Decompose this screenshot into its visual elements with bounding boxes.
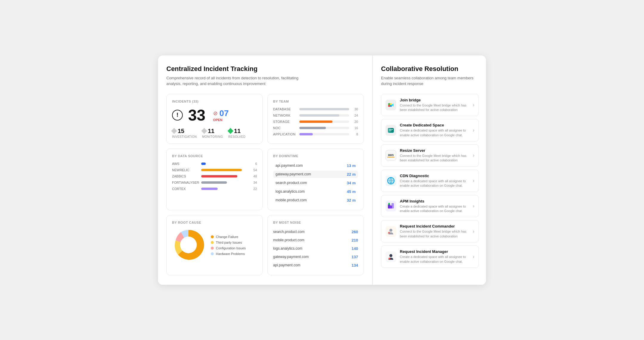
action-apm-insights[interactable]: APM Insights Create a dedicated space wi… bbox=[381, 195, 479, 217]
source-count: 22 bbox=[249, 187, 257, 191]
noise-rows: search.product.com 260 mobile.product.co… bbox=[273, 228, 358, 269]
pie-chart bbox=[172, 228, 205, 262]
team-name: APPLICATION bbox=[273, 132, 297, 136]
left-panel: Centralized Incident Tracking Comprehens… bbox=[158, 55, 372, 285]
stat-monitoring-num: 11 bbox=[202, 128, 214, 135]
incidents-main: ! 33 ⊘ 07 OPEN bbox=[172, 107, 257, 123]
action-desc: Create a dedicated space with all assign… bbox=[400, 128, 470, 137]
open-count: 07 bbox=[219, 109, 229, 118]
team-name: NETWORK bbox=[273, 114, 297, 117]
source-bar-wrap bbox=[201, 175, 246, 177]
cdn-icon bbox=[386, 175, 396, 186]
downtime-rows: api.payment.com 13 m gateway.payment.com… bbox=[273, 162, 358, 204]
by-team-card: BY TEAM DATABASE 30 NETWORK 24 STORAGE 2… bbox=[267, 94, 364, 144]
action-desc: Connect to the Google Meet bridge which … bbox=[400, 154, 470, 163]
legend-label: Change Failure bbox=[216, 235, 238, 239]
svg-rect-13 bbox=[389, 130, 392, 131]
noise-name: search.product.com bbox=[273, 230, 304, 234]
google-meet-icon bbox=[386, 100, 396, 110]
source-rows: AWS 6 NEWRELIC 54 ZABBICS 48 FORTIANALYS… bbox=[172, 162, 257, 191]
team-count: 16 bbox=[352, 126, 358, 130]
commander-icon bbox=[386, 226, 396, 237]
right-panel: Collaborative Resolution Enable seamless… bbox=[373, 55, 486, 285]
source-row: CORTEX 22 bbox=[172, 187, 257, 191]
stat-investigation: 15 INVESTIGATION bbox=[172, 128, 197, 138]
action-text: Create Dedicated Space Create a dedicate… bbox=[400, 123, 470, 137]
noise-name: mobile.product.com bbox=[273, 238, 304, 242]
alert-icon: ! bbox=[172, 110, 183, 120]
legend-label: Hardware Problems bbox=[216, 252, 245, 256]
action-list: Join bridge Connect to the Google Meet b… bbox=[381, 94, 479, 268]
action-create-dedicated-space[interactable]: Create Dedicated Space Create a dedicate… bbox=[381, 119, 479, 141]
noise-row: search.product.com 260 bbox=[273, 228, 358, 235]
stat-investigation-num: 15 bbox=[172, 128, 184, 135]
action-title: APM Insights bbox=[400, 199, 470, 203]
noise-name: logs.analytics.com bbox=[273, 246, 302, 251]
legend-item: Third party Issues bbox=[211, 241, 246, 244]
by-root-cause-card: BY ROOT CAUSE bbox=[166, 215, 263, 275]
noise-row: gateway.payment.com 137 bbox=[273, 254, 358, 260]
legend-dot bbox=[211, 252, 214, 255]
noise-value: 137 bbox=[352, 255, 358, 259]
legend-label: Third party Issues bbox=[216, 241, 242, 244]
downtime-row: gateway.payment.com 22 m bbox=[273, 171, 358, 178]
noise-value: 134 bbox=[352, 263, 358, 268]
svg-rect-21 bbox=[390, 205, 392, 208]
source-row: ZABBICS 48 bbox=[172, 174, 257, 178]
downtime-name: search.product.com bbox=[275, 181, 307, 185]
svg-rect-12 bbox=[389, 129, 393, 130]
google-chat-icon bbox=[386, 125, 396, 136]
stat-investigation-label: INVESTIGATION bbox=[172, 135, 197, 138]
noise-row: logs.analytics.com 140 bbox=[273, 245, 358, 252]
action-cdn-diagnostic[interactable]: CDN Diagnostic Create a dedicated space … bbox=[381, 170, 479, 192]
source-name: CORTEX bbox=[172, 187, 199, 191]
team-row: NOC 16 bbox=[273, 126, 358, 130]
by-team-label: BY TEAM bbox=[273, 100, 358, 103]
action-text: APM Insights Create a dedicated space wi… bbox=[400, 199, 470, 214]
bar-fill bbox=[299, 133, 313, 135]
downtime-row: search.product.com 34 m bbox=[273, 179, 358, 187]
open-warning-icon: ⊘ bbox=[213, 110, 218, 117]
noise-value: 210 bbox=[352, 238, 358, 242]
main-container: Centralized Incident Tracking Comprehens… bbox=[158, 55, 486, 285]
source-bar-wrap bbox=[201, 163, 246, 165]
action-request-incident-commander[interactable]: Request Incident Commander Connect to th… bbox=[381, 220, 479, 242]
source-bar-wrap bbox=[201, 169, 246, 171]
downtime-name: mobile.product.com bbox=[275, 198, 307, 202]
source-count: 6 bbox=[249, 162, 257, 166]
downtime-value: 22 m bbox=[347, 172, 356, 177]
source-name: AWS bbox=[172, 162, 199, 166]
diamond-icon bbox=[201, 128, 207, 134]
right-subtitle: Enable seamless collaboration among team… bbox=[381, 75, 479, 87]
page-subtitle: Comprehensive record of all incidents fr… bbox=[166, 75, 309, 87]
source-row: FORTIANALYSER 34 bbox=[172, 181, 257, 184]
team-row: APPLICATION 8 bbox=[273, 132, 358, 136]
action-request-incident-manager[interactable]: ! Request Incident Manager Create a dedi… bbox=[381, 245, 479, 268]
action-resize-server[interactable]: aws Resize Server Connect to the Google … bbox=[381, 144, 479, 167]
open-badge: ⊘ 07 bbox=[213, 109, 229, 118]
by-downtime-label: BY DOWNTIME bbox=[273, 154, 358, 158]
stat-resolved: 11 RESOLVED bbox=[228, 128, 246, 138]
source-bar-wrap bbox=[201, 188, 246, 190]
downtime-value: 45 m bbox=[347, 189, 356, 194]
downtime-row: logs.analytics.com 45 m bbox=[273, 188, 358, 195]
team-row: STORAGE 20 bbox=[273, 120, 358, 123]
action-desc: Create a dedicated space with all assign… bbox=[400, 204, 470, 214]
by-most-noise-label: BY MOST NOISE bbox=[273, 221, 358, 224]
source-row: AWS 6 bbox=[172, 162, 257, 166]
action-join-bridge[interactable]: Join bridge Connect to the Google Meet b… bbox=[381, 94, 479, 116]
legend-label: Configuration Issues bbox=[216, 246, 246, 250]
legend-dot bbox=[211, 247, 214, 250]
source-count: 54 bbox=[249, 168, 257, 172]
svg-point-0 bbox=[180, 237, 197, 253]
manager-icon: ! bbox=[386, 251, 396, 262]
team-rows: DATABASE 30 NETWORK 24 STORAGE 20 NOC 16… bbox=[273, 107, 358, 136]
noise-name: gateway.payment.com bbox=[273, 255, 309, 259]
action-desc: Connect to the Google Meet bridge which … bbox=[400, 229, 470, 239]
by-data-source-label: BY DATA SOURCE bbox=[172, 154, 257, 158]
action-text: Join bridge Connect to the Google Meet b… bbox=[400, 98, 470, 112]
svg-point-27 bbox=[389, 254, 392, 257]
source-name: FORTIANALYSER bbox=[172, 181, 199, 184]
downtime-name: api.payment.com bbox=[275, 163, 303, 168]
team-count: 30 bbox=[352, 107, 358, 111]
